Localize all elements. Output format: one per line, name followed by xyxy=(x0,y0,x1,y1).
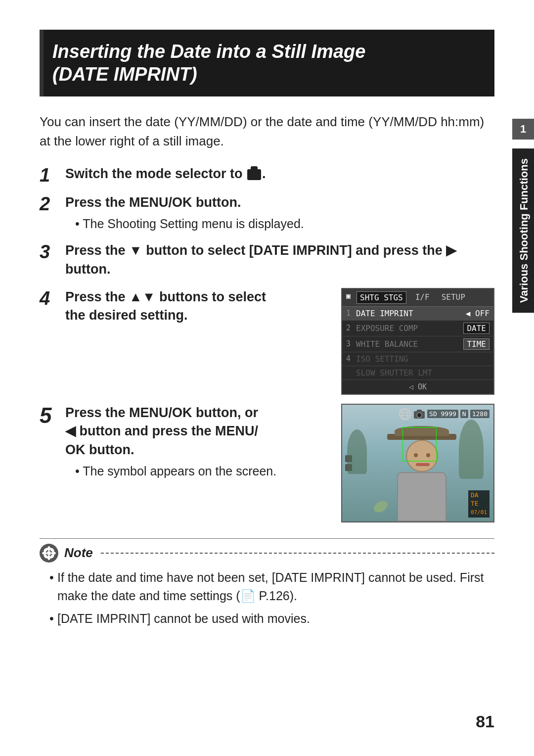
step-5: 5 Press the MENU/OK button, or◀ button a… xyxy=(40,404,326,480)
step-4-left: 4 Press the ▲▼ buttons to selectthe desi… xyxy=(40,288,326,334)
note-title: Note xyxy=(64,545,93,561)
menu-row-2: 2 EXPOSURE COMP DATE xyxy=(342,321,493,336)
step-4-screenshot: ▣ SHTG STGS I/F SETUP 1 DATE IMPRINT ◀ O… xyxy=(341,288,494,395)
step-5-wrapper: 5 Press the MENU/OK button, or◀ button a… xyxy=(40,404,494,522)
step-number-1: 1 xyxy=(40,166,65,185)
step-5-left: 5 Press the MENU/OK button, or◀ button a… xyxy=(40,404,326,489)
note-items: If the date and time have not been set, … xyxy=(40,568,494,628)
step-5-screenshot: SD 9999 N 1280 xyxy=(341,404,494,522)
note-dashes xyxy=(101,553,494,554)
step-2-sub: The Shooting Setting menu is displayed. xyxy=(65,215,494,233)
step-2: 2 Press the MENU/OK button. The Shooting… xyxy=(40,193,494,233)
menu-row-3: 3 WHITE BALANCE TIME xyxy=(342,336,493,352)
note-item-1: If the date and time have not been set, … xyxy=(49,568,494,606)
title-line2: (DATE IMPRINT) xyxy=(52,63,480,86)
vf-tree-2 xyxy=(347,429,367,474)
svg-point-11 xyxy=(42,552,47,555)
step-4-wrapper: 4 Press the ▲▼ buttons to selectthe desi… xyxy=(40,288,494,395)
menu-tabs: ▣ SHTG STGS I/F SETUP xyxy=(342,289,493,307)
svg-point-0 xyxy=(400,409,410,420)
viewfinder-display: SD 9999 N 1280 xyxy=(341,404,494,522)
menu-row-4: 4 ISO SETTING xyxy=(342,352,493,366)
step-content-2: Press the MENU/OK button. The Shooting S… xyxy=(65,193,494,233)
menu-row-1: 1 DATE IMPRINT ◀ OFF xyxy=(342,307,493,321)
step-4: 4 Press the ▲▼ buttons to selectthe desi… xyxy=(40,288,326,326)
page-number: 81 xyxy=(476,712,494,731)
svg-point-10 xyxy=(47,555,50,560)
vf-plant xyxy=(372,498,390,514)
step-5-sub: The symbol appears on the screen. xyxy=(65,463,326,480)
step-number-5: 5 xyxy=(40,405,65,426)
menu-display: ▣ SHTG STGS I/F SETUP 1 DATE IMPRINT ◀ O… xyxy=(341,288,494,395)
note-icon xyxy=(40,544,58,563)
svg-point-8 xyxy=(47,551,51,555)
vf-tree xyxy=(459,420,484,479)
step-content-5: Press the MENU/OK button, or◀ button and… xyxy=(65,404,326,480)
note-section: Note If the date and time have not been … xyxy=(40,538,494,628)
menu-row-5: SLOW SHUTTER LMT xyxy=(342,366,493,380)
note-flower-icon xyxy=(42,546,56,560)
menu-tab-setup: SETUP xyxy=(439,291,468,304)
step-number-2: 2 xyxy=(40,194,65,213)
step-content-3: Press the ▼ button to select [DATE IMPRI… xyxy=(65,241,494,279)
menu-tab-shtg: SHTG STGS xyxy=(356,291,406,304)
step-content-1: Switch the mode selector to . xyxy=(65,165,494,184)
vf-n-label: N xyxy=(460,410,468,418)
menu-screenshot: ▣ SHTG STGS I/F SETUP 1 DATE IMPRINT ◀ O… xyxy=(341,288,494,395)
svg-point-9 xyxy=(47,546,50,551)
vf-mouth xyxy=(416,463,430,466)
step-3: 3 Press the ▼ button to select [DATE IMP… xyxy=(40,241,494,279)
vf-top-bar: SD 9999 N 1280 xyxy=(399,408,490,421)
step-1: 1 Switch the mode selector to . xyxy=(40,165,494,185)
menu-bottom: ◁ OK xyxy=(342,380,493,394)
svg-point-7 xyxy=(418,414,421,417)
vf-globe-icon xyxy=(399,408,411,421)
step-2-text: Press the MENU/OK button. xyxy=(65,195,241,210)
svg-point-1 xyxy=(402,409,407,420)
menu-tab-if: I/F xyxy=(412,291,433,304)
intro-text: You can insert the date (YY/MM/DD) or th… xyxy=(40,112,494,151)
vf-date-stamp: DA TE 07/01 xyxy=(468,490,490,518)
note-item-2: [DATE IMPRINT] cannot be used with movie… xyxy=(49,610,494,628)
vf-resolution-label: 1280 xyxy=(470,410,490,418)
step-number-4: 4 xyxy=(40,289,65,308)
title-line1: Inserting the Date into a Still Image xyxy=(52,41,480,63)
vf-camera-icon xyxy=(413,409,425,419)
svg-point-12 xyxy=(51,552,56,555)
step-number-3: 3 xyxy=(40,242,65,261)
svg-rect-5 xyxy=(417,410,422,412)
step-content-4: Press the ▲▼ buttons to selectthe desire… xyxy=(65,288,326,326)
note-header: Note xyxy=(40,544,494,563)
vf-body xyxy=(397,472,446,521)
vf-focus-frame xyxy=(402,427,437,462)
title-block: Inserting the Date into a Still Image (D… xyxy=(40,30,494,96)
vf-sd-label: SD 9999 xyxy=(427,410,458,418)
